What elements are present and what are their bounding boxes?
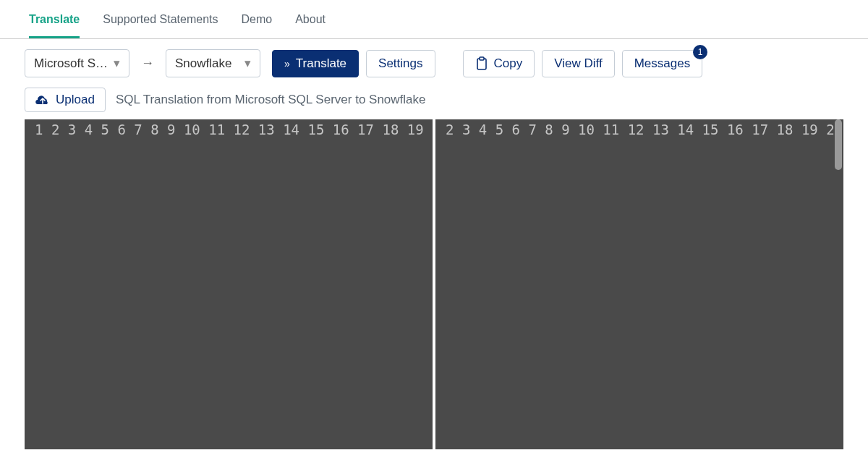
- messages-button[interactable]: Messages 1: [622, 50, 702, 77]
- source-editor[interactable]: 1 2 3 4 5 6 7 8 9 10 11 12 13 14 15 16 1…: [25, 119, 433, 449]
- editors-container: 1 2 3 4 5 6 7 8 9 10 11 12 13 14 15 16 1…: [25, 119, 843, 449]
- source-db-select[interactable]: Microsoft S… ▾: [25, 49, 129, 77]
- caret-down-icon: ▾: [114, 56, 120, 71]
- settings-label: Settings: [378, 56, 422, 71]
- target-db-label: Snowflake: [175, 56, 239, 71]
- translate-label: Translate: [296, 56, 346, 71]
- translation-caption: SQL Translation from Microsoft SQL Serve…: [116, 93, 426, 107]
- target-db-select[interactable]: Snowflake ▾: [166, 49, 260, 77]
- nav-tabs: Translate Supported Statements Demo Abou…: [0, 0, 868, 39]
- source-db-label: Microsoft S…: [34, 56, 108, 71]
- svg-rect-1: [480, 57, 484, 60]
- viewdiff-label: View Diff: [554, 56, 602, 71]
- target-gutter: 2 3 4 5 6 7 8 9 10 11 12 13 14 15 16 17 …: [435, 119, 843, 449]
- viewdiff-button[interactable]: View Diff: [542, 50, 614, 77]
- upload-icon: [35, 94, 50, 106]
- tab-about[interactable]: About: [295, 13, 326, 38]
- copy-label: Copy: [494, 56, 523, 71]
- copy-button[interactable]: Copy: [463, 50, 535, 77]
- caret-down-icon: ▾: [244, 56, 251, 71]
- tab-translate[interactable]: Translate: [29, 13, 80, 38]
- clipboard-icon: [475, 56, 488, 71]
- translate-button[interactable]: » Translate: [272, 50, 359, 77]
- toolbar: Microsoft S… ▾ → Snowflake ▾ » Translate…: [0, 39, 868, 88]
- arrow-right-icon: →: [137, 56, 158, 71]
- scrollbar-thumb[interactable]: [835, 119, 842, 170]
- chevron-double-icon: »: [284, 58, 290, 69]
- source-gutter: 1 2 3 4 5 6 7 8 9 10 11 12 13 14 15 16 1…: [25, 119, 433, 449]
- tab-demo[interactable]: Demo: [241, 13, 272, 38]
- target-editor[interactable]: 2 3 4 5 6 7 8 9 10 11 12 13 14 15 16 17 …: [435, 119, 843, 449]
- toolbar-secondary: Upload SQL Translation from Microsoft SQ…: [0, 88, 868, 119]
- messages-badge: 1: [693, 45, 707, 59]
- upload-button[interactable]: Upload: [25, 88, 106, 112]
- settings-button[interactable]: Settings: [366, 50, 435, 77]
- upload-label: Upload: [56, 93, 95, 107]
- tab-supported[interactable]: Supported Statements: [103, 13, 218, 38]
- messages-label: Messages: [634, 56, 690, 71]
